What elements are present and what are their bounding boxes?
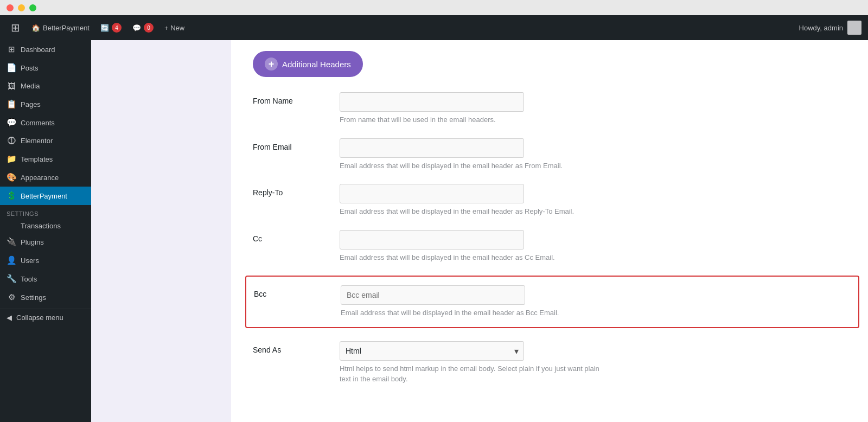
send-as-select-wrapper: Html Plain [340, 341, 524, 361]
sidebar-item-templates[interactable]: 📁 Templates [0, 150, 91, 168]
main-content: + Additional Headers From Name From name… [91, 40, 868, 422]
howdy-text: Howdy, admin [799, 24, 843, 32]
from-name-hint: From name that will be used in the email… [340, 114, 611, 125]
from-email-field: Email address that will be displayed in … [340, 138, 852, 171]
send-as-row: Send As Html Plain Html helps to send ht… [253, 341, 852, 385]
bcc-row: Bcc Email address that will be displayed… [245, 276, 859, 328]
sidebar-item-plugins[interactable]: 🔌 Plugins [0, 233, 91, 251]
sidebar-label-users: Users [21, 257, 39, 265]
sidebar-label-appearance: Appearance [21, 174, 59, 182]
tools-icon: 🔧 [7, 274, 16, 284]
collapse-menu-item[interactable]: ◀ Collapse menu [0, 309, 91, 326]
plugins-icon: 🔌 [7, 237, 16, 247]
sidebar-item-pages[interactable]: 📋 Pages [0, 95, 91, 113]
dashboard-icon: ⊞ [7, 44, 16, 54]
site-name-item[interactable]: 🏠 BetterPayment [26, 15, 95, 40]
send-as-label: Send As [253, 341, 329, 354]
sidebar-label-settings: Settings [21, 293, 46, 302]
settings-section-label: Settings [0, 205, 91, 219]
reply-to-row: Reply-To Email address that will be disp… [253, 184, 852, 217]
reply-to-hint: Email address that will be displayed in … [340, 206, 611, 217]
updates-icon: 🔄 [100, 24, 109, 32]
bcc-field: Email address that will be displayed in … [341, 285, 851, 318]
sidebar-sub-transactions[interactable]: Transactions [0, 219, 91, 233]
bcc-input[interactable] [341, 285, 525, 305]
sidebar-item-comments[interactable]: 💬 Comments [0, 113, 91, 132]
sidebar-item-betterpayment[interactable]: 💲 BetterPayment [0, 187, 91, 205]
additional-headers-button[interactable]: + Additional Headers [253, 51, 363, 77]
form-panel: + Additional Headers From Name From name… [231, 40, 868, 422]
pages-icon: 📋 [7, 99, 16, 109]
sidebar-item-users[interactable]: 👤 Users [0, 251, 91, 270]
transactions-label: Transactions [21, 222, 61, 230]
home-icon: 🏠 [31, 24, 40, 32]
site-name: BetterPayment [43, 24, 90, 32]
sidebar-item-tools[interactable]: 🔧 Tools [0, 270, 91, 288]
sidebar-item-settings[interactable]: ⚙ Settings [0, 288, 91, 306]
new-item[interactable]: + New [159, 15, 190, 40]
elementor-icon: ⓵ [7, 136, 16, 145]
comments-icon: 💬 [132, 24, 141, 32]
updates-item[interactable]: 🔄 4 [95, 15, 127, 40]
posts-icon: 📄 [7, 63, 16, 73]
sidebar-label-elementor: Elementor [21, 137, 53, 145]
additional-headers-label: Additional Headers [282, 60, 351, 69]
send-as-field: Html Plain Html helps to send html marku… [340, 341, 852, 385]
reply-to-field: Email address that will be displayed in … [340, 184, 852, 217]
users-icon: 👤 [7, 255, 16, 265]
admin-avatar[interactable] [847, 21, 861, 35]
bcc-label: Bcc [254, 285, 330, 298]
plus-icon: + [265, 57, 278, 71]
wp-logo[interactable]: ⊞ [7, 19, 24, 36]
reply-to-label: Reply-To [253, 184, 329, 197]
left-panel [91, 40, 231, 422]
sidebar-item-appearance[interactable]: 🎨 Appearance [0, 168, 91, 187]
appearance-icon: 🎨 [7, 172, 16, 182]
admin-bar-right: Howdy, admin [799, 21, 861, 35]
collapse-icon: ◀ [7, 314, 12, 322]
cc-input[interactable] [340, 230, 524, 250]
media-icon: 🖼 [7, 81, 16, 91]
sidebar-label-comments: Comments [21, 119, 55, 127]
sidebar-item-media[interactable]: 🖼 Media [0, 77, 91, 95]
sidebar-item-elementor[interactable]: ⓵ Elementor [0, 132, 91, 150]
sidebar-item-posts[interactable]: 📄 Posts [0, 59, 91, 77]
from-name-input[interactable] [340, 92, 524, 112]
from-name-field: From name that will be used in the email… [340, 92, 852, 125]
from-name-label: From Name [253, 92, 329, 105]
comments-nav-icon: 💬 [7, 118, 16, 127]
from-email-input[interactable] [340, 138, 524, 158]
collapse-label: Collapse menu [16, 314, 63, 322]
sidebar-label-posts: Posts [21, 64, 39, 72]
cc-label: Cc [253, 230, 329, 243]
sidebar-label-plugins: Plugins [21, 238, 44, 246]
from-email-label: From Email [253, 138, 329, 151]
from-email-hint: Email address that will be displayed in … [340, 161, 611, 171]
from-name-row: From Name From name that will be used in… [253, 92, 852, 125]
comments-item[interactable]: 💬 0 [127, 15, 159, 40]
sidebar-label-pages: Pages [21, 100, 41, 108]
titlebar [0, 0, 868, 15]
admin-bar: ⊞ 🏠 BetterPayment 🔄 4 💬 0 + New Howdy, a… [0, 15, 868, 40]
sidebar-label-templates: Templates [21, 155, 53, 163]
minimize-button[interactable] [18, 4, 25, 11]
sidebar-label-betterpayment: BetterPayment [21, 192, 67, 200]
updates-badge: 4 [112, 23, 122, 33]
close-button[interactable] [7, 4, 14, 11]
settings-icon: ⚙ [7, 292, 16, 302]
cc-row: Cc Email address that will be displayed … [253, 230, 852, 263]
bcc-hint: Email address that will be displayed in … [341, 308, 612, 318]
sidebar: ⊞ Dashboard 📄 Posts 🖼 Media 📋 Pages 💬 Co… [0, 40, 91, 422]
reply-to-input[interactable] [340, 184, 524, 203]
send-as-hint: Html helps to send html markup in the em… [340, 363, 611, 385]
sidebar-label-tools: Tools [21, 275, 37, 283]
sidebar-item-dashboard[interactable]: ⊞ Dashboard [0, 40, 91, 59]
betterpayment-icon: 💲 [7, 191, 16, 201]
sidebar-label-media: Media [21, 82, 40, 90]
maximize-button[interactable] [29, 4, 36, 11]
from-email-row: From Email Email address that will be di… [253, 138, 852, 171]
main-layout: ⊞ Dashboard 📄 Posts 🖼 Media 📋 Pages 💬 Co… [0, 40, 868, 422]
templates-icon: 📁 [7, 154, 16, 164]
send-as-select[interactable]: Html Plain [340, 341, 524, 361]
cc-field: Email address that will be displayed in … [340, 230, 852, 263]
